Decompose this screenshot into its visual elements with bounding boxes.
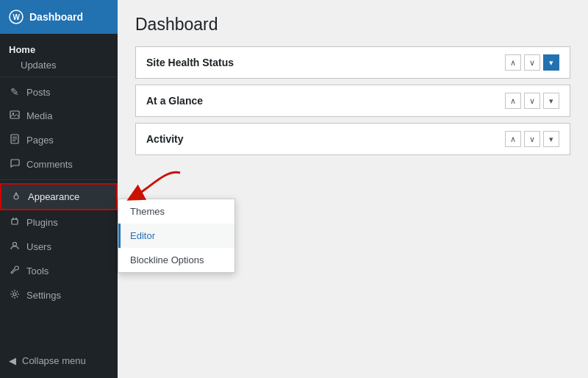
submenu-item-themes[interactable]: Themes (118, 199, 234, 224)
submenu-blockline-label: Blockline Options (130, 254, 204, 265)
submenu-item-blockline[interactable]: Blockline Options (118, 248, 234, 272)
sidebar-item-pages[interactable]: Pages (0, 128, 118, 152)
submenu-editor-label: Editor (130, 230, 155, 241)
sidebar-item-appearance-label: Appearance (28, 191, 79, 202)
sidebar-item-comments[interactable]: Comments (0, 152, 118, 176)
widget-activity-up-btn[interactable]: ∧ (505, 131, 521, 147)
sidebar-item-users[interactable]: Users (0, 235, 118, 259)
posts-icon: ✎ (9, 86, 21, 98)
main-content: Dashboard Site Health Status ∧ ∨ ▾ At a … (118, 0, 588, 378)
widget-at-a-glance-dropdown-btn[interactable]: ▾ (543, 93, 559, 109)
widget-site-health-down-btn[interactable]: ∨ (524, 54, 540, 71)
pages-icon (9, 134, 21, 146)
sidebar-item-updates[interactable]: Updates (0, 57, 118, 74)
widget-site-health-up-btn[interactable]: ∧ (505, 54, 521, 71)
appearance-submenu: Themes Editor Blockline Options (118, 199, 235, 273)
sidebar-bottom: ◀ Collapse menu (0, 343, 118, 378)
svg-rect-2 (10, 111, 19, 118)
widget-activity-dropdown-btn[interactable]: ▾ (543, 131, 559, 147)
appearance-icon (10, 190, 22, 203)
widget-activity-title: Activity (146, 133, 184, 145)
page-title: Dashboard (135, 15, 570, 35)
sidebar-item-posts-label: Posts (26, 87, 51, 98)
plugins-icon (9, 216, 21, 229)
users-icon (9, 240, 21, 253)
sidebar-item-tools-label: Tools (26, 265, 49, 277)
settings-icon (9, 289, 21, 302)
sidebar-divider (0, 76, 118, 77)
widget-site-health-dropdown-btn[interactable]: ▾ (543, 54, 559, 71)
comments-icon (9, 158, 21, 171)
widget-at-a-glance-down-btn[interactable]: ∨ (524, 93, 540, 109)
tools-icon (9, 265, 21, 277)
wordpress-logo-icon: W (9, 10, 24, 24)
svg-point-13 (13, 293, 16, 296)
sidebar-item-comments-label: Comments (26, 159, 73, 170)
widget-at-a-glance-header: At a Glance ∧ ∨ ▾ (136, 85, 570, 116)
sidebar: W Dashboard Home Updates ✎ Posts Media P… (0, 0, 118, 378)
widget-activity: Activity ∧ ∨ ▾ (135, 123, 570, 155)
widget-activity-header: Activity ∧ ∨ ▾ (136, 124, 570, 154)
sidebar-item-settings-label: Settings (26, 290, 61, 301)
sidebar-item-appearance[interactable]: Appearance (0, 183, 118, 210)
sidebar-item-plugins[interactable]: Plugins (0, 210, 118, 235)
sidebar-item-home[interactable]: Home (0, 40, 118, 57)
sidebar-home-group: Home Updates (0, 34, 118, 74)
collapse-menu-button[interactable]: ◀ Collapse menu (0, 349, 118, 372)
svg-rect-9 (12, 219, 18, 224)
sidebar-item-users-label: Users (26, 241, 51, 252)
svg-text:W: W (13, 13, 21, 21)
widget-at-a-glance-controls: ∧ ∨ ▾ (505, 93, 559, 109)
widget-site-health: Site Health Status ∧ ∨ ▾ (135, 46, 570, 79)
widget-activity-down-btn[interactable]: ∨ (524, 131, 540, 147)
media-icon (9, 110, 21, 122)
submenu-themes-label: Themes (130, 206, 165, 217)
svg-point-3 (12, 113, 14, 114)
sidebar-divider-2 (0, 179, 118, 180)
sidebar-item-settings[interactable]: Settings (0, 283, 118, 307)
widget-site-health-controls: ∧ ∨ ▾ (505, 54, 559, 71)
submenu-item-editor[interactable]: Editor (118, 224, 234, 248)
widget-at-a-glance: At a Glance ∧ ∨ ▾ (135, 85, 570, 117)
sidebar-item-pages-label: Pages (26, 135, 54, 146)
svg-point-12 (13, 243, 17, 246)
sidebar-item-media[interactable]: Media (0, 104, 118, 128)
sidebar-item-plugins-label: Plugins (26, 217, 58, 228)
svg-point-8 (14, 195, 18, 199)
sidebar-item-media-label: Media (26, 110, 52, 121)
collapse-icon: ◀ (9, 355, 16, 366)
sidebar-header-title: Dashboard (29, 11, 83, 23)
widget-site-health-header: Site Health Status ∧ ∨ ▾ (136, 47, 570, 78)
widget-activity-controls: ∧ ∨ ▾ (505, 131, 559, 147)
sidebar-item-tools[interactable]: Tools (0, 259, 118, 283)
widget-at-a-glance-up-btn[interactable]: ∧ (505, 93, 521, 109)
collapse-menu-label: Collapse menu (22, 355, 86, 366)
sidebar-header[interactable]: W Dashboard (0, 0, 118, 34)
widget-site-health-title: Site Health Status (146, 57, 234, 68)
sidebar-item-posts[interactable]: ✎ Posts (0, 80, 118, 104)
widget-at-a-glance-title: At a Glance (146, 95, 203, 107)
